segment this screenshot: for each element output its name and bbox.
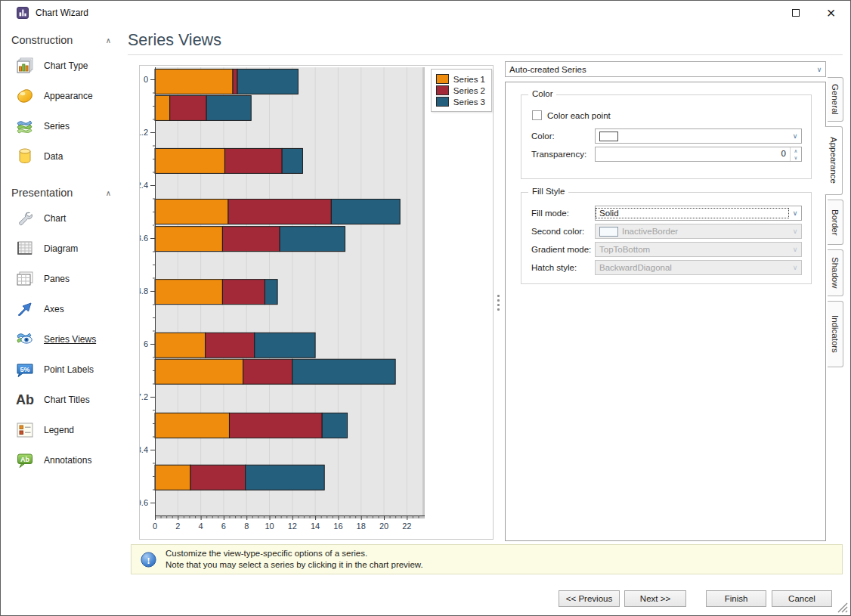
color-each-point-checkbox[interactable] xyxy=(532,110,542,120)
gradient-mode-value: TopToBottom xyxy=(596,244,789,255)
tab-border[interactable]: Border xyxy=(828,200,843,245)
bar-segment-series-3[interactable] xyxy=(246,465,325,490)
bar-segment-series-3[interactable] xyxy=(292,359,395,384)
bar-segment-series-2[interactable] xyxy=(229,413,322,438)
sidebar-item-appearance[interactable]: Appearance xyxy=(1,81,123,111)
bar-segment-series-1[interactable] xyxy=(155,95,170,120)
sidebar-item-chart[interactable]: Chart xyxy=(1,203,123,234)
bar-segment-series-1[interactable] xyxy=(155,227,222,252)
sidebar-item-label: Series xyxy=(44,121,70,132)
legend-swatch xyxy=(436,74,449,84)
color-swatch xyxy=(599,132,618,141)
spin-up-button[interactable]: ∧ xyxy=(791,147,801,154)
cancel-button[interactable]: Cancel xyxy=(772,590,832,607)
sidebar-item-series-views[interactable]: Series Views xyxy=(1,324,123,354)
sidebar-group-header-presentation[interactable]: Presentation∧ xyxy=(1,181,123,203)
bar-segment-series-1[interactable] xyxy=(155,148,224,173)
series-icon xyxy=(14,117,35,135)
bar-segment-series-1[interactable] xyxy=(155,333,206,358)
chevron-down-icon: ∨ xyxy=(789,264,801,271)
panel-splitter[interactable] xyxy=(495,65,502,540)
chart-svg: 024681012141618202201.22.43.64.867.28.49… xyxy=(140,66,493,539)
finish-button[interactable]: Finish xyxy=(706,590,766,607)
bar-segment-series-3[interactable] xyxy=(237,69,298,94)
fill-label-gradient-mode: Gradient mode: xyxy=(531,245,595,254)
bar-segment-series-2[interactable] xyxy=(243,359,292,384)
bar-segment-series-1[interactable] xyxy=(155,69,233,94)
bar-segment-series-3[interactable] xyxy=(265,280,277,305)
previous-button[interactable]: << Previous xyxy=(559,590,620,607)
panes-icon xyxy=(14,270,35,288)
maximize-button[interactable] xyxy=(778,2,812,23)
sidebar-group-header-construction[interactable]: Construction∧ xyxy=(1,28,123,51)
spinner-buttons: ∧ ∨ xyxy=(790,147,801,161)
series-selector[interactable]: Auto-created Series ∨ xyxy=(505,61,826,77)
bar-segment-series-2[interactable] xyxy=(190,465,246,490)
sidebar-item-chart-type[interactable]: Chart Type xyxy=(1,51,123,81)
sidebar-item-label: Diagram xyxy=(44,243,78,254)
window-title: Chart Wizard xyxy=(36,8,88,18)
bar-segment-series-2[interactable] xyxy=(233,69,237,94)
tab-general[interactable]: General xyxy=(828,77,843,122)
tab-shadow[interactable]: Shadow xyxy=(828,249,843,296)
fill-label-fill-mode: Fill mode: xyxy=(531,209,595,218)
sidebar-item-annotations[interactable]: AbAnnotations xyxy=(1,445,123,475)
close-button[interactable]: × xyxy=(814,2,848,23)
sidebar-item-label: Data xyxy=(44,151,63,162)
sidebar-item-axes[interactable]: Axes xyxy=(1,294,123,324)
bar-segment-series-3[interactable] xyxy=(331,199,400,224)
bar-segment-series-2[interactable] xyxy=(224,148,282,173)
app-icon xyxy=(17,7,29,19)
sidebar-item-label: Annotations xyxy=(44,455,91,466)
collapse-chevron-icon[interactable]: ∧ xyxy=(106,36,111,45)
sidebar-item-point-labels[interactable]: 5%Point Labels xyxy=(1,354,123,385)
svg-text:5%: 5% xyxy=(20,366,29,373)
tab-indicators[interactable]: Indicators xyxy=(828,301,843,367)
tab-appearance[interactable]: Appearance xyxy=(825,126,843,195)
color-dropdown[interactable]: ∨ xyxy=(595,128,802,144)
splitter-grip-icon xyxy=(497,295,500,311)
next-button[interactable]: Next >> xyxy=(624,590,686,607)
sidebar-item-diagram[interactable]: Diagram xyxy=(1,234,123,264)
sidebar-item-series[interactable]: Series xyxy=(1,111,123,141)
legend-item-series-2[interactable]: Series 2 xyxy=(436,85,485,95)
spin-down-button[interactable]: ∨ xyxy=(791,154,801,161)
sidebar-item-data[interactable]: Data xyxy=(1,141,123,172)
bar-segment-series-3[interactable] xyxy=(322,413,347,438)
infobar-line2: Note that you may select a series by cli… xyxy=(166,559,423,571)
sidebar-item-legend[interactable]: Legend xyxy=(1,415,123,445)
bar-segment-series-2[interactable] xyxy=(222,280,265,305)
sidebar-item-panes[interactable]: Panes xyxy=(1,264,123,294)
bar-segment-series-2[interactable] xyxy=(228,199,331,224)
transparency-row: Transparency: 0 ∧ ∨ xyxy=(531,147,802,162)
bar-segment-series-2[interactable] xyxy=(206,333,255,358)
transparency-spinner[interactable]: 0 ∧ ∨ xyxy=(595,147,802,162)
bar-segment-series-1[interactable] xyxy=(155,199,228,224)
bar-segment-series-1[interactable] xyxy=(155,280,222,305)
bar-segment-series-3[interactable] xyxy=(206,95,251,120)
legend-label: Series 3 xyxy=(453,98,485,107)
svg-text:4.8: 4.8 xyxy=(140,286,148,296)
bar-segment-series-3[interactable] xyxy=(282,148,302,173)
legend-item-series-1[interactable]: Series 1 xyxy=(436,74,485,84)
legend-item-series-3[interactable]: Series 3 xyxy=(436,97,485,107)
collapse-chevron-icon[interactable]: ∧ xyxy=(106,189,111,197)
fill-label-hatch-style: Hatch style: xyxy=(531,263,595,272)
chevron-down-icon: ∨ xyxy=(789,132,801,140)
svg-text:2.4: 2.4 xyxy=(140,181,148,190)
bar-segment-series-3[interactable] xyxy=(255,333,315,358)
svg-text:22: 22 xyxy=(402,522,411,531)
legend-label: Series 1 xyxy=(453,75,485,84)
bar-segment-series-1[interactable] xyxy=(155,413,229,438)
svg-text:7.2: 7.2 xyxy=(140,392,148,401)
resize-grip[interactable] xyxy=(836,601,849,614)
infobar-text: Customize the view-type-specific options… xyxy=(166,548,423,571)
bar-segment-series-3[interactable] xyxy=(280,227,345,252)
sidebar-item-chart-titles[interactable]: AbChart Titles xyxy=(1,385,123,415)
bar-segment-series-1[interactable] xyxy=(155,359,243,384)
svg-text:14: 14 xyxy=(311,522,320,531)
bar-segment-series-2[interactable] xyxy=(222,227,280,252)
bar-segment-series-2[interactable] xyxy=(170,95,206,120)
fill-mode-dropdown[interactable]: Solid∨ xyxy=(595,206,802,221)
bar-segment-series-1[interactable] xyxy=(155,465,190,490)
